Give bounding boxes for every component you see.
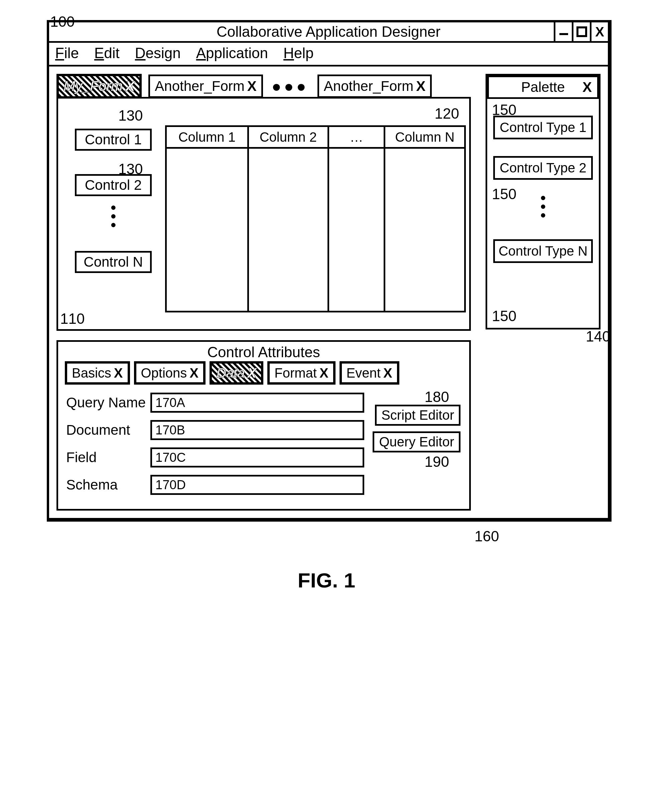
ref-140: 140 — [586, 328, 663, 345]
tab-close-icon[interactable]: X — [189, 366, 199, 381]
label-document: Document — [66, 422, 146, 438]
tab-event[interactable]: EventX — [340, 361, 399, 385]
tab-label: Event — [346, 366, 381, 381]
ref-150: 150 — [492, 186, 516, 202]
panel-title: Control Attributes — [58, 342, 469, 361]
tab-overflow-icon: ●●● — [270, 77, 311, 95]
attr-tabbar: BasicsX OptionsX DataX FormatX EventX — [58, 361, 469, 385]
maximize-button[interactable] — [572, 23, 590, 41]
field-document[interactable]: 170B — [150, 420, 364, 440]
col-header-ellipsis: … — [329, 127, 383, 149]
tab-close-icon[interactable]: X — [247, 366, 257, 381]
control-1[interactable]: Control 1 — [75, 129, 152, 151]
control-attributes-panel: Control Attributes BasicsX OptionsX Data… — [57, 340, 471, 511]
tab-format[interactable]: FormatX — [267, 361, 335, 385]
query-editor-button[interactable]: Query Editor — [373, 431, 461, 453]
menubar: File Edit Design Application Help — [49, 43, 608, 66]
label-field: Field — [66, 450, 146, 466]
ref-150: 150 — [492, 308, 516, 325]
tab-my-form[interactable]: My_Form X — [57, 74, 142, 99]
palette-title-label: Palette — [521, 79, 565, 95]
tab-label: My_Form — [63, 78, 123, 94]
ref-150: 150 — [492, 102, 516, 118]
design-canvas[interactable]: 130 130 130 120 110 Control 1 Control 2 … — [57, 97, 471, 331]
ref-180: 180 — [425, 389, 449, 405]
tab-close-icon[interactable]: X — [247, 78, 257, 94]
minimize-button[interactable] — [554, 23, 572, 41]
tab-close-icon[interactable]: X — [383, 366, 392, 381]
col-header[interactable]: Column 1 — [167, 127, 247, 149]
tab-options[interactable]: OptionsX — [134, 361, 206, 385]
field-field[interactable]: 170C — [150, 447, 364, 467]
control-n[interactable]: Control N — [75, 251, 152, 273]
palette-panel: Palette X 150 Control Type 1 Control Typ… — [485, 74, 600, 330]
tab-label: Options — [141, 366, 187, 381]
titlebar: Collaborative Application Designer X — [49, 23, 608, 43]
col-header[interactable]: Column N — [385, 127, 464, 149]
tab-data[interactable]: DataX — [210, 361, 264, 385]
tab-label: Data — [217, 366, 245, 381]
tab-another-form-1[interactable]: Another_Form X — [148, 74, 263, 98]
tab-close-icon[interactable]: X — [114, 366, 123, 381]
tab-close-icon[interactable]: X — [319, 366, 328, 381]
tab-label: Format — [274, 366, 317, 381]
ref-190: 190 — [425, 453, 449, 470]
palette-item[interactable]: Control Type 2 — [493, 156, 593, 180]
label-schema: Schema — [66, 477, 146, 493]
tab-label: Another_Form — [155, 78, 244, 94]
close-button[interactable]: X — [590, 23, 608, 41]
ellipsis-icon: ●●● — [75, 203, 152, 229]
menu-edit[interactable]: Edit — [94, 45, 120, 61]
label-query-name: Query Name — [66, 395, 146, 411]
tab-label: Basics — [72, 366, 111, 381]
ref-120: 120 — [435, 105, 459, 122]
tab-close-icon[interactable]: X — [125, 78, 135, 94]
script-editor-button[interactable]: Script Editor — [375, 405, 461, 426]
window-title: Collaborative Application Designer — [217, 23, 440, 40]
svg-rect-1 — [577, 27, 586, 36]
ref-110: 110 — [60, 311, 84, 327]
menu-application[interactable]: Application — [196, 45, 268, 61]
control-2[interactable]: Control 2 — [75, 174, 152, 196]
close-icon: X — [595, 24, 604, 39]
ref-130: 130 — [118, 107, 143, 124]
tab-another-form-n[interactable]: Another_Form X — [317, 74, 432, 98]
ref-160: 160 — [474, 528, 499, 545]
palette-item[interactable]: Control Type 1 — [493, 116, 593, 139]
palette-title[interactable]: Palette X — [487, 76, 599, 99]
palette-item[interactable]: Control Type N — [493, 239, 593, 263]
tab-label: Another_Form — [324, 78, 413, 94]
tab-close-icon[interactable]: X — [416, 78, 425, 94]
figure-caption: FIG. 1 — [47, 568, 606, 592]
data-grid[interactable]: Column 1 Column 2 … Column N — [165, 125, 466, 312]
menu-design[interactable]: Design — [135, 45, 181, 61]
palette-close-icon[interactable]: X — [582, 79, 592, 95]
field-query-name[interactable]: 170A — [150, 393, 364, 412]
tab-basics[interactable]: BasicsX — [65, 361, 130, 385]
menu-help[interactable]: Help — [283, 45, 314, 61]
menu-file[interactable]: File — [55, 45, 79, 61]
form-tabbar: My_Form X Another_Form X ●●● Another_For… — [57, 74, 471, 99]
field-schema[interactable]: 170D — [150, 475, 364, 495]
col-header[interactable]: Column 2 — [249, 127, 328, 149]
app-window: Collaborative Application Designer X Fil… — [47, 20, 611, 522]
